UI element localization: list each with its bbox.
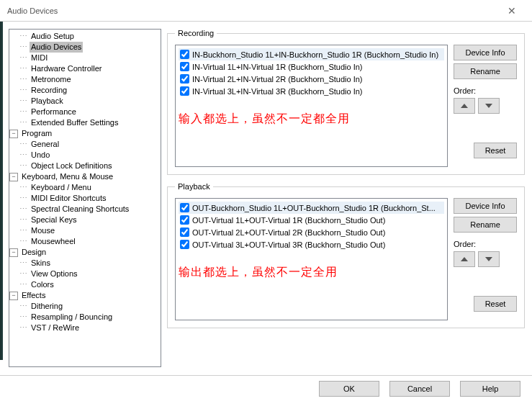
device-row[interactable]: OUT-Virtual 1L+OUT-Virtual 1R (Buckhorn_… xyxy=(179,214,444,226)
tree-item-label[interactable]: Dithering xyxy=(30,301,64,312)
playback-device-list[interactable]: OUT-Buckhorn_Studio 1L+OUT-Buckhorn_Stud… xyxy=(175,198,448,320)
tree-item-label[interactable]: MIDI xyxy=(30,53,49,63)
device-checkbox[interactable] xyxy=(180,62,189,71)
tree-item-label[interactable]: Undo xyxy=(30,150,51,161)
tree-item[interactable]: ⋯MIDI Editor Shortcuts xyxy=(9,193,161,204)
tree-item-label[interactable]: Mouse xyxy=(30,225,56,236)
tree-item-label[interactable]: Performance xyxy=(30,107,78,117)
move-down-button[interactable] xyxy=(478,251,500,267)
collapse-icon[interactable]: − xyxy=(9,130,18,138)
tree-item[interactable]: ⋯Object Lock Definitions xyxy=(9,161,161,171)
tree-item[interactable]: ⋯Performance xyxy=(9,107,161,117)
tree-item[interactable]: ⋯Mousewheel xyxy=(9,236,161,247)
device-info-button[interactable]: Device Info xyxy=(454,198,517,214)
tree-item[interactable]: ⋯Dithering xyxy=(9,301,161,312)
tree-item[interactable]: ⋯Special Keys xyxy=(9,215,161,225)
tree-item-label[interactable]: Resampling / Bouncing xyxy=(30,312,114,323)
collapse-icon[interactable]: − xyxy=(9,248,18,257)
tree-item[interactable]: ⋯Keyboard / Menu xyxy=(9,182,161,193)
tree-item[interactable]: ⋯Mouse xyxy=(9,225,161,236)
tree-item[interactable]: ⋯Audio Setup xyxy=(9,31,161,42)
tree-item-label[interactable]: View Options xyxy=(30,269,79,279)
tree-item[interactable]: ⋯Recording xyxy=(9,85,161,96)
tree-item-label[interactable]: Playback xyxy=(30,96,65,107)
device-row[interactable]: IN-Buckhorn_Studio 1L+IN-Buckhorn_Studio… xyxy=(179,48,444,60)
tree-item[interactable]: ⋯Playback xyxy=(9,96,161,107)
tree-item-label[interactable]: Keyboard / Menu xyxy=(30,182,93,193)
device-checkbox[interactable] xyxy=(180,227,189,237)
tree-item[interactable]: ⋯VST / ReWire xyxy=(9,323,161,333)
tree-item-label[interactable]: General xyxy=(30,139,60,150)
device-label: OUT-Buckhorn_Studio 1L+OUT-Buckhorn_Stud… xyxy=(192,204,436,212)
device-row[interactable]: OUT-Virtual 3L+OUT-Virtual 3R (Buckhorn_… xyxy=(179,238,444,251)
tree-item-label[interactable]: Special Keys xyxy=(30,215,78,225)
rename-button[interactable]: Rename xyxy=(454,217,517,233)
device-checkbox[interactable] xyxy=(180,240,189,249)
tree-item[interactable]: ⋯Audio Devices xyxy=(9,42,161,53)
tree-item-label[interactable]: VST / ReWire xyxy=(30,323,81,333)
tree-item[interactable]: ⋯Resampling / Bouncing xyxy=(9,312,161,323)
move-up-button[interactable] xyxy=(454,98,475,114)
tree-item[interactable]: ⋯Undo xyxy=(9,150,161,161)
tree-item-label[interactable]: Audio Setup xyxy=(30,31,76,42)
tree-item-label[interactable]: Hardware Controller xyxy=(30,63,103,74)
tree-group-label[interactable]: Effects xyxy=(20,290,47,301)
device-checkbox[interactable] xyxy=(180,50,189,59)
close-icon[interactable]: ✕ xyxy=(499,2,525,19)
tree-item-label[interactable]: Mousewheel xyxy=(30,236,77,247)
tree-item[interactable]: ⋯Skins xyxy=(9,258,161,269)
tree-item-label[interactable]: Audio Devices xyxy=(30,42,83,53)
device-checkbox[interactable] xyxy=(180,74,189,84)
tree-item[interactable]: ⋯Metronome xyxy=(9,74,161,85)
tree-group[interactable]: −Design xyxy=(9,247,161,258)
tree-item-label[interactable]: Object Lock Definitions xyxy=(30,161,114,171)
left-edge-decor xyxy=(0,22,3,360)
tree-item-label[interactable]: MIDI Editor Shortcuts xyxy=(30,193,108,204)
tree-item[interactable]: ⋯Hardware Controller xyxy=(9,63,161,74)
tree-item[interactable]: ⋯MIDI xyxy=(9,53,161,63)
collapse-icon[interactable]: − xyxy=(9,173,18,181)
tree-item-label[interactable]: Skins xyxy=(30,258,52,269)
tree-leaf-icon: ⋯ xyxy=(18,74,28,85)
tree-group[interactable]: −Effects xyxy=(9,290,161,301)
device-row[interactable]: OUT-Buckhorn_Studio 1L+OUT-Buckhorn_Stud… xyxy=(179,202,444,214)
tree-item[interactable]: ⋯General xyxy=(9,139,161,150)
cancel-button[interactable]: Cancel xyxy=(389,381,450,397)
tree-item-label[interactable]: Colors xyxy=(30,279,55,290)
tree-item[interactable]: ⋯Spectral Cleaning Shortcuts xyxy=(9,204,161,215)
category-tree[interactable]: ⋯Audio Setup⋯Audio Devices⋯MIDI⋯Hardware… xyxy=(9,29,161,367)
tree-leaf-icon: ⋯ xyxy=(18,31,28,42)
tree-group-label[interactable]: Keyboard, Menu & Mouse xyxy=(20,171,114,182)
tree-group[interactable]: −Keyboard, Menu & Mouse xyxy=(9,171,161,182)
svg-marker-0 xyxy=(461,104,468,108)
collapse-icon[interactable]: − xyxy=(9,292,18,300)
move-down-button[interactable] xyxy=(478,98,500,114)
device-row[interactable]: IN-Virtual 3L+IN-Virtual 3R (Buckhorn_St… xyxy=(179,85,444,97)
tree-item-label[interactable]: Spectral Cleaning Shortcuts xyxy=(30,204,130,215)
tree-group-label[interactable]: Program xyxy=(20,128,53,139)
help-button[interactable]: Help xyxy=(460,381,520,397)
tree-item-label[interactable]: Recording xyxy=(30,85,68,96)
device-row[interactable]: OUT-Virtual 2L+OUT-Virtual 2R (Buckhorn_… xyxy=(179,226,444,238)
reset-button[interactable]: Reset xyxy=(474,296,517,312)
device-checkbox[interactable] xyxy=(180,215,189,225)
move-up-button[interactable] xyxy=(454,251,475,267)
tree-item[interactable]: ⋯View Options xyxy=(9,269,161,279)
tree-group-label[interactable]: Design xyxy=(20,247,48,258)
device-label: IN-Virtual 1L+IN-Virtual 1R (Buckhorn_St… xyxy=(192,63,363,71)
recording-device-list[interactable]: IN-Buckhorn_Studio 1L+IN-Buckhorn_Studio… xyxy=(175,45,448,167)
reset-button[interactable]: Reset xyxy=(474,143,517,158)
tree-item-label[interactable]: Metronome xyxy=(30,74,73,85)
device-info-button[interactable]: Device Info xyxy=(454,45,517,60)
device-checkbox[interactable] xyxy=(180,203,189,212)
rename-button[interactable]: Rename xyxy=(454,63,517,79)
tree-item[interactable]: ⋯Colors xyxy=(9,279,161,290)
annotation-text: 输出都选上，虽然不一定全用 xyxy=(179,265,444,280)
device-row[interactable]: IN-Virtual 1L+IN-Virtual 1R (Buckhorn_St… xyxy=(179,60,444,73)
tree-item[interactable]: ⋯Extended Buffer Settings xyxy=(9,117,161,128)
device-row[interactable]: IN-Virtual 2L+IN-Virtual 2R (Buckhorn_St… xyxy=(179,73,444,85)
device-checkbox[interactable] xyxy=(180,86,189,96)
ok-button[interactable]: OK xyxy=(319,381,379,397)
tree-item-label[interactable]: Extended Buffer Settings xyxy=(30,117,120,128)
tree-group[interactable]: −Program xyxy=(9,128,161,139)
